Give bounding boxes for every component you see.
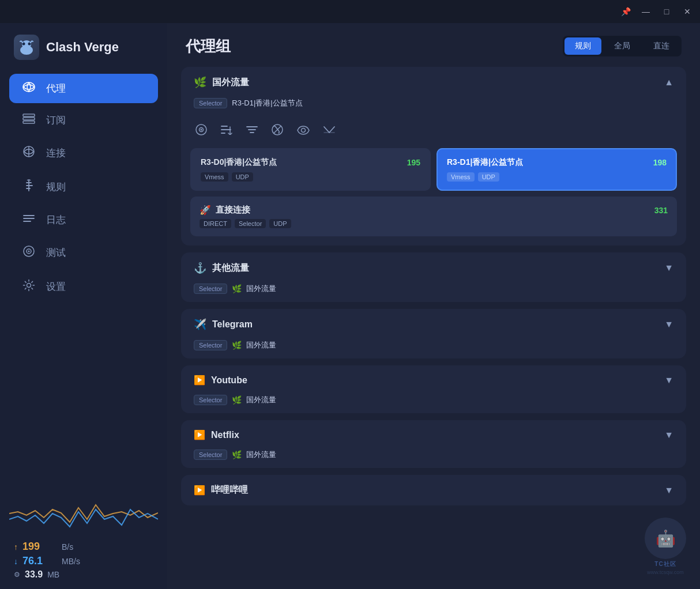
svg-rect-4 xyxy=(23,114,35,116)
group-youtube-header[interactable]: ▶️ Youtube ▼ xyxy=(181,365,686,395)
sidebar-item-proxy[interactable]: 代理 xyxy=(9,74,158,103)
svg-rect-5 xyxy=(23,118,35,120)
direct-card[interactable]: 🚀 直接连接 331 DIRECT Selector UDP xyxy=(190,197,677,236)
youtube-selector-tag: Selector xyxy=(194,395,227,405)
app-logo: Clash Verge xyxy=(0,23,167,74)
settings-icon xyxy=(21,279,37,294)
cpu-value: 33.9 xyxy=(25,569,43,580)
group-netflix-header[interactable]: ▶️ Netflix ▼ xyxy=(181,420,686,450)
direct-tags: DIRECT Selector UDP xyxy=(200,219,668,228)
direct-rocket-icon: 🚀 xyxy=(200,205,211,216)
group-bilibili-icon: ▶️ xyxy=(194,485,205,496)
toolbar-eye-icon[interactable] xyxy=(296,124,310,138)
svg-point-23 xyxy=(302,129,306,133)
maximize-button[interactable]: □ xyxy=(661,7,672,16)
sidebar-item-subscribe-label: 订阅 xyxy=(46,114,66,127)
group-foreign-traffic-header[interactable]: 🌿 国外流量 ▲ xyxy=(181,67,686,98)
direct-type-tag: DIRECT xyxy=(200,219,231,228)
sidebar-item-subscribe[interactable]: 订阅 xyxy=(9,105,158,135)
group-bilibili: ▶️ 哔哩哔哩 ▼ xyxy=(181,475,686,505)
sidebar-item-rules[interactable]: 规则 xyxy=(9,171,158,203)
app-title: Clash Verge xyxy=(46,40,119,55)
sidebar-item-settings[interactable]: 设置 xyxy=(9,271,158,303)
tab-global[interactable]: 全局 xyxy=(604,37,641,55)
group-other-chevron: ▼ xyxy=(664,263,673,273)
proxy-card-r3d1[interactable]: R3-D1|香港|公益节点 198 Vmess UDP xyxy=(436,148,677,191)
minimize-button[interactable]: — xyxy=(640,7,652,16)
download-unit: MB/s xyxy=(62,557,80,566)
direct-latency: 331 xyxy=(654,206,668,215)
svg-point-15 xyxy=(27,284,31,288)
proxy-r3d1-latency: 198 xyxy=(653,158,667,167)
telegram-selected-value: 国外流量 xyxy=(246,340,276,350)
toolbar-speed-test-icon[interactable] xyxy=(195,123,208,139)
toolbar-filter-icon[interactable] xyxy=(246,124,258,138)
proxy-r3d1-tags: Vmess UDP xyxy=(447,172,667,182)
youtube-selected-value: 国外流量 xyxy=(246,395,276,405)
sidebar-item-test[interactable]: 测试 xyxy=(9,237,158,269)
proxy-r3d0-name: R3-D0|香港|公益节点 xyxy=(201,157,277,168)
test-icon xyxy=(21,245,37,260)
group-bilibili-chevron: ▼ xyxy=(664,485,673,496)
other-selected-icon: 🌿 xyxy=(232,284,242,293)
toolbar-disable-icon[interactable] xyxy=(271,123,284,139)
close-button[interactable]: ✕ xyxy=(682,7,693,16)
direct-title: 直接连接 xyxy=(216,205,250,216)
upload-arrow-icon: ↑ xyxy=(14,542,18,552)
pin-icon[interactable]: 📌 xyxy=(621,7,631,16)
rules-icon xyxy=(21,179,37,195)
group-bilibili-header[interactable]: ▶️ 哔哩哔哩 ▼ xyxy=(181,475,686,505)
svg-point-18 xyxy=(201,129,202,131)
proxy-r3d0-latency: 195 xyxy=(407,158,420,167)
group-bilibili-name: 哔哩哔哩 xyxy=(211,484,248,496)
proxy-card-r3d0-header: R3-D0|香港|公益节点 195 xyxy=(201,157,420,168)
group-telegram-meta: Selector 🌿 国外流量 xyxy=(181,340,686,358)
group-other-traffic-header[interactable]: ⚓ 其他流量 ▼ xyxy=(181,252,686,284)
cpu-unit: MB xyxy=(47,570,59,579)
netflix-selector-tag: Selector xyxy=(194,450,227,460)
group-foreign-traffic: 🌿 国外流量 ▲ Selector R3-D1|香港|公益节点 xyxy=(181,67,686,246)
group-telegram-header[interactable]: ✈️ Telegram ▼ xyxy=(181,309,686,340)
group-netflix-chevron: ▼ xyxy=(664,430,673,440)
group-other-icon: ⚓ xyxy=(194,262,206,274)
svg-point-3 xyxy=(20,46,33,55)
content-header: 代理组 规则 全局 直连 xyxy=(167,23,700,67)
upload-stat: ↑ 199 B/s xyxy=(14,541,153,553)
download-value: 76.1 xyxy=(22,555,57,567)
group-netflix: ▶️ Netflix ▼ Selector 🌿 国外流量 xyxy=(181,420,686,468)
proxy-card-r3d0[interactable]: R3-D0|香港|公益节点 195 Vmess UDP xyxy=(190,148,431,191)
group-youtube: ▶️ Youtube ▼ Selector 🌿 国外流量 xyxy=(181,365,686,413)
group-netflix-name: Netflix xyxy=(211,430,239,440)
proxy-r3d1-tag-udp: UDP xyxy=(478,172,499,182)
sidebar-item-connect[interactable]: 连接 xyxy=(9,137,158,169)
proxy-toolbar xyxy=(190,116,677,148)
toolbar-sort-icon[interactable] xyxy=(220,124,233,138)
direct-selector-tag: Selector xyxy=(235,219,266,228)
main-nav: 代理 订阅 xyxy=(0,74,167,478)
upload-value: 199 xyxy=(22,541,57,553)
sidebar-item-proxy-label: 代理 xyxy=(46,82,66,95)
youtube-selected-icon: 🌿 xyxy=(232,395,242,405)
group-other-name: 其他流量 xyxy=(212,262,249,274)
tab-direct[interactable]: 直连 xyxy=(643,37,680,55)
sidebar-item-test-label: 测试 xyxy=(46,246,66,259)
network-graph xyxy=(9,488,158,534)
sidebar-item-log[interactable]: 日志 xyxy=(9,205,158,235)
sidebar-item-settings-label: 设置 xyxy=(46,280,66,293)
direct-connection-area: 🚀 直接连接 331 DIRECT Selector UDP xyxy=(190,197,677,236)
group-youtube-chevron: ▼ xyxy=(664,375,673,386)
toolbar-collapse-icon[interactable] xyxy=(323,124,336,138)
tab-rules[interactable]: 规则 xyxy=(564,37,601,55)
logo-icon xyxy=(14,35,39,60)
group-telegram-chevron: ▼ xyxy=(664,319,673,330)
netflix-selected-value: 国外流量 xyxy=(246,450,276,460)
foreign-selector-tag: Selector xyxy=(194,98,227,108)
group-foreign-meta: Selector R3-D1|香港|公益节点 xyxy=(181,98,686,116)
connect-icon xyxy=(21,145,37,161)
group-other-meta: Selector 🌿 国外流量 xyxy=(181,284,686,302)
foreign-selected-value: R3-D1|香港|公益节点 xyxy=(232,98,302,108)
group-youtube-meta: Selector 🌿 国外流量 xyxy=(181,395,686,413)
direct-udp-tag: UDP xyxy=(269,219,291,228)
group-netflix-meta: Selector 🌿 国外流量 xyxy=(181,450,686,468)
subscribe-icon xyxy=(21,114,37,127)
